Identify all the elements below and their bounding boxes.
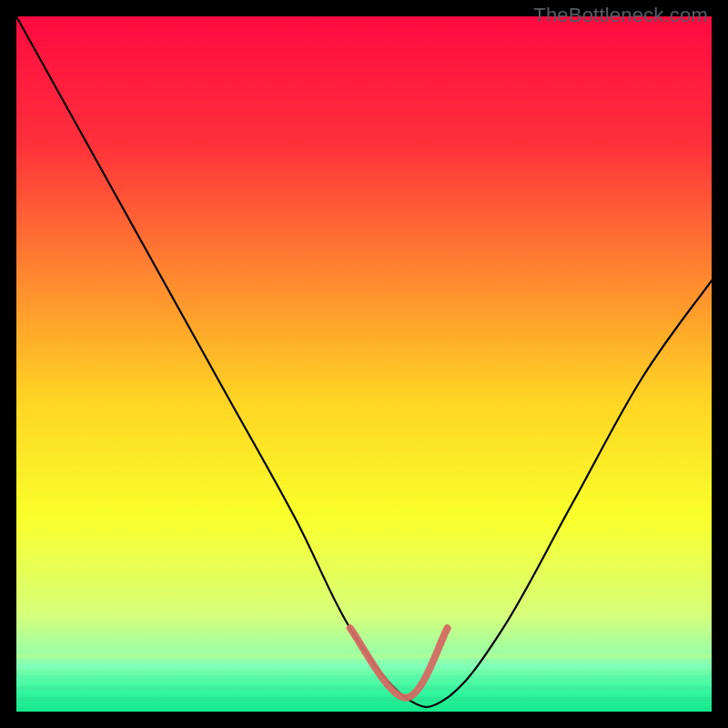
svg-rect-3 bbox=[16, 675, 712, 680]
svg-rect-5 bbox=[16, 697, 712, 702]
svg-rect-0 bbox=[16, 16, 712, 712]
svg-rect-2 bbox=[16, 664, 712, 669]
background-gradient bbox=[16, 16, 712, 712]
svg-rect-4 bbox=[16, 686, 712, 691]
svg-rect-1 bbox=[16, 653, 712, 659]
watermark-text: TheBottleneck.com bbox=[533, 4, 708, 27]
plot-frame bbox=[16, 16, 712, 712]
